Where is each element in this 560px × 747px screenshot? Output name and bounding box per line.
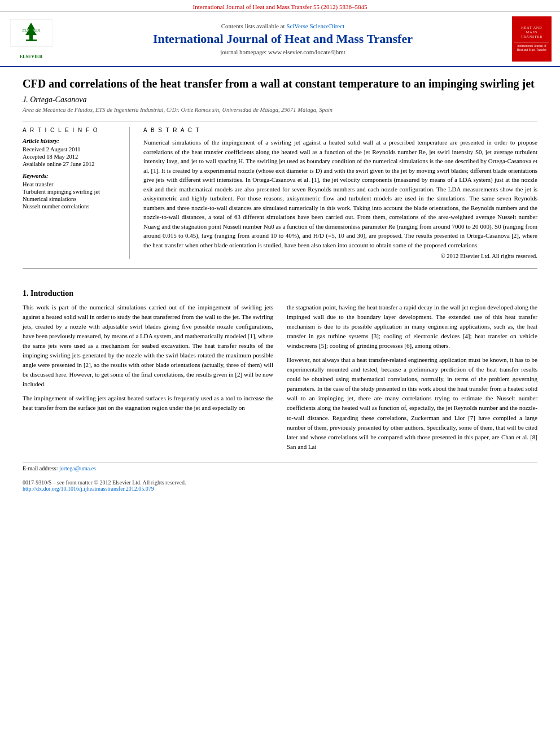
keyword-2: Turbulent impinging swirling jet bbox=[23, 189, 120, 195]
received-date: Received 2 August 2011 bbox=[23, 146, 120, 152]
abstract-col: A B S T R A C T Numerical simulations of… bbox=[143, 127, 537, 259]
abstract-heading: A B S T R A C T bbox=[143, 127, 537, 133]
bottom-bar: 0017-9310/$ – see front matter © 2012 El… bbox=[0, 476, 560, 495]
doi-line: http://dx.doi.org/10.1016/j.ijheatmasstr… bbox=[23, 486, 537, 492]
author-affiliation: Área de Mecánica de Fluidos, ETS de Inge… bbox=[23, 107, 537, 113]
intro-section-title: 1. Introduction bbox=[23, 289, 537, 298]
paper-title: CFD and correlations of the heat transfe… bbox=[23, 76, 537, 91]
footnote-email: E-mail address: jortega@uma.es bbox=[23, 465, 537, 471]
article-info-col: A R T I C L E I N F O Article history: R… bbox=[23, 127, 130, 259]
journal-citation: International Journal of Heat and Mass T… bbox=[0, 0, 560, 12]
article-meta-section: A R T I C L E I N F O Article history: R… bbox=[23, 127, 537, 259]
contents-available-line: Contents lists available at SciVerse Sci… bbox=[221, 23, 344, 29]
available-date: Available online 27 June 2012 bbox=[23, 161, 120, 167]
keywords-label: Keywords: bbox=[23, 173, 120, 179]
keyword-3: Numerical simulations bbox=[23, 196, 120, 202]
svg-rect-5 bbox=[26, 40, 37, 41]
journal-header-center: Contents lists available at SciVerse Sci… bbox=[62, 16, 504, 62]
body-content: 1. Introduction This work is part of the… bbox=[0, 289, 560, 456]
intro-para-3: the stagnation point, having the heat tr… bbox=[287, 303, 537, 351]
keyword-4: Nusselt number correlations bbox=[23, 203, 120, 209]
main-content-area: CFD and correlations of the heat transfe… bbox=[0, 67, 560, 280]
intro-para-1: This work is part of the numerical simul… bbox=[23, 303, 273, 389]
intro-left-col: This work is part of the numerical simul… bbox=[23, 303, 273, 456]
sciverse-link[interactable]: SciVerse ScienceDirect bbox=[286, 23, 344, 29]
intro-para-4: However, not always that a heat transfer… bbox=[287, 355, 537, 451]
elsevier-logo-icon: ELSEVIER bbox=[10, 19, 53, 53]
accepted-date: Accepted 18 May 2012 bbox=[23, 154, 120, 160]
issn-line: 0017-9310/$ – see front matter © 2012 El… bbox=[23, 479, 537, 486]
intro-para-2: The impingement of swirling jets against… bbox=[23, 394, 273, 413]
divider-1 bbox=[23, 121, 537, 121]
article-info-heading: A R T I C L E I N F O bbox=[23, 127, 120, 133]
author-name: J. Ortega-Casanova bbox=[23, 95, 537, 104]
keyword-1: Heat transfer bbox=[23, 181, 120, 187]
elsevier-text: ELSEVIER bbox=[20, 54, 42, 59]
footnote-area: E-mail address: jortega@uma.es bbox=[23, 462, 537, 471]
divider-2 bbox=[23, 268, 537, 269]
svg-rect-4 bbox=[29, 35, 33, 40]
journal-homepage: journal homepage: www.elsevier.com/locat… bbox=[220, 49, 345, 55]
journal-badge: HEAT AND MASS TRANSFER International Jou… bbox=[512, 16, 552, 62]
journal-badge-container: HEAT AND MASS TRANSFER International Jou… bbox=[509, 16, 554, 62]
abstract-body: Numerical simulations of the impingement… bbox=[143, 138, 537, 250]
email-link[interactable]: jortega@uma.es bbox=[59, 465, 96, 471]
journal-header: ELSEVIER ELSEVIER Contents lists availab… bbox=[0, 12, 560, 67]
copyright-notice: © 2012 Elsevier Ltd. All rights reserved… bbox=[143, 253, 537, 259]
history-label: Article history: bbox=[23, 138, 120, 144]
elsevier-logo-left: ELSEVIER ELSEVIER bbox=[6, 16, 56, 62]
intro-two-col: This work is part of the numerical simul… bbox=[23, 303, 537, 456]
intro-right-col: the stagnation point, having the heat tr… bbox=[287, 303, 537, 456]
journal-title: International Journal of Heat and Mass T… bbox=[153, 32, 413, 46]
